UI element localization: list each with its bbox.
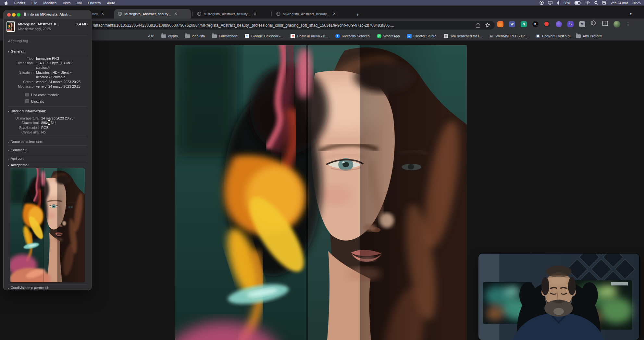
menu-item-file[interactable]: File (31, 1, 37, 5)
info-key: Tipo: (3, 57, 34, 60)
orange-extension-icon[interactable] (497, 21, 503, 27)
bookmark-label: Creator Studio (414, 34, 437, 38)
bluetooth-icon[interactable] (557, 1, 559, 5)
info-value: No (41, 130, 45, 134)
bookmark-item[interactable]: -UP (142, 34, 154, 38)
url-text[interactable]: /attachments/1013512335442333816/1088906… (93, 23, 474, 28)
ibeam-cursor (47, 120, 50, 125)
bookmark-star-icon[interactable] (485, 22, 490, 28)
bookmark-creator-studio[interactable]: ∞Creator Studio (407, 34, 437, 38)
extensions-puzzle-icon[interactable] (591, 20, 597, 28)
tab-active[interactable]: MRregista_Abstract_beauty._ ✕ (114, 9, 191, 19)
control-center-icon[interactable] (602, 1, 606, 5)
wave-extension-icon[interactable]: W (509, 21, 515, 27)
bookmark-google-calendar[interactable]: 31Google Calendar -... (245, 34, 283, 38)
tab-3[interactable]: MRregista_Abstract_beauty._ ✕ (273, 9, 349, 19)
tab-2[interactable]: MRregista_Abstract_beauty._ ✕ (193, 9, 270, 19)
divider (8, 284, 87, 284)
section-ulteriori-informazioni[interactable]: ▾Ulteriori informazioni: (8, 109, 46, 113)
menu-item-vai[interactable]: Vai (77, 1, 82, 5)
bookmark-webmail-pec[interactable]: ✉WebMail PEC - De... (489, 34, 528, 38)
k-extension-icon[interactable]: K (532, 21, 539, 27)
bookmark-gmail-inbox[interactable]: MPosta in arrivo - ri... (291, 34, 328, 38)
window-title-bar[interactable]: Info su MRregista_Abstr... (3, 10, 92, 19)
macos-menu-bar: Finder File Modifica Vista Vai Finestra … (0, 0, 644, 6)
info-value: su disco) (36, 66, 50, 69)
bookmark-label: WhatsApp (383, 34, 400, 38)
chevron-right-icon: ▸ (8, 287, 9, 290)
add-tags-field[interactable]: Aggiungi tag... (8, 39, 31, 43)
section-apri-con[interactable]: ▸Apri con: (8, 157, 24, 160)
bookmark-folder-formazione[interactable]: Formazione (212, 34, 238, 38)
main-viewed-image[interactable] (175, 45, 467, 340)
section-generali[interactable]: ▾Generali: (8, 49, 26, 53)
tab-close-icon[interactable]: ✕ (333, 12, 336, 16)
browser-tab-strip: ney ✕ MRregista_Abstract_beauty._ ✕ MRre… (0, 6, 644, 19)
section-condivisione-e-permessi[interactable]: ▸Condivisione e permessi: (8, 286, 49, 290)
key-extension-icon[interactable] (544, 21, 550, 27)
page-icon: ▤ (444, 34, 448, 38)
tab-hidden-partial[interactable]: ney ✕ (88, 9, 114, 19)
tab-close-icon[interactable]: ✕ (174, 12, 177, 16)
bookmark-whatsapp[interactable]: ✆WhatsApp (377, 34, 400, 38)
checkbox-bloccato[interactable] (25, 99, 29, 103)
converter-icon: ⇄ (536, 34, 540, 38)
wifi-icon[interactable] (586, 1, 590, 5)
extensions-row: W N K S M ⋮ (497, 20, 630, 28)
n-extension-icon[interactable]: N (521, 21, 527, 27)
gmail-icon: M (291, 34, 295, 38)
share-icon[interactable] (475, 22, 481, 28)
bookmarks-overflow-chevron[interactable]: » (562, 33, 564, 38)
menu-item-vista[interactable]: Vista (63, 1, 70, 5)
folder-icon (576, 34, 581, 38)
section-commenti[interactable]: ▸Commenti: (8, 148, 27, 152)
battery-icon[interactable] (575, 1, 581, 5)
address-bar[interactable]: /attachments/1013512335442333816/1088906… (87, 21, 495, 30)
facebook-icon: f (335, 34, 340, 38)
info-key: Dimensioni: (3, 121, 40, 125)
menu-item-modifica[interactable]: Modifica (43, 1, 56, 5)
purple-extension-icon[interactable] (556, 21, 562, 27)
display-menu-icon[interactable] (548, 1, 552, 5)
mail-icon: ✉ (489, 34, 494, 38)
tab-label: ney (92, 12, 98, 16)
checkbox-label: Bloccato (31, 99, 44, 103)
bookmark-label: -UP (148, 34, 154, 38)
browser-menu-icon[interactable]: ⋮ (626, 21, 630, 27)
tab-search-chevron-icon[interactable]: ▾ (630, 11, 632, 16)
tab-close-icon[interactable]: ✕ (101, 12, 104, 16)
apple-menu-icon[interactable] (5, 1, 8, 5)
tab-label: MRregista_Abstract_beauty._ (204, 12, 250, 16)
other-favorites-folder[interactable]: Altri Preferiti (576, 34, 602, 38)
s-extension-icon[interactable]: S (567, 21, 574, 27)
chevron-down-icon: ▾ (8, 164, 9, 167)
side-panel-icon[interactable] (602, 21, 608, 27)
browser-toolbar: /attachments/1013512335442333816/1088906… (0, 19, 644, 32)
tab-favicon (118, 12, 122, 16)
spotlight-search-icon[interactable] (594, 1, 598, 5)
battery-percent: 58% (564, 1, 570, 5)
m-extension-icon[interactable]: M (579, 21, 585, 27)
checkbox-usa-come-modello[interactable] (25, 93, 29, 96)
menu-item-finder[interactable]: Finder (14, 1, 25, 5)
info-key: Canale alfa: (3, 130, 40, 134)
menu-bar-date[interactable]: Ven 24 mar (611, 1, 628, 5)
menu-item-finestra[interactable]: Finestra (88, 1, 101, 5)
profile-avatar[interactable] (613, 21, 620, 28)
bookmark-folder-crypto[interactable]: crypto (161, 34, 178, 38)
bookmark-search-result[interactable]: ▤You searched for I... (444, 34, 482, 38)
bookmark-video-converter[interactable]: ⇄Converti i video di... (536, 34, 574, 38)
bookmark-folder-idealista[interactable]: idealista (185, 34, 205, 38)
section-nome-ed-estensione[interactable]: ▸Nome ed estensione: (8, 140, 43, 144)
bookmark-facebook-profile[interactable]: fRiccardo Scrocca (335, 34, 370, 38)
info-key: Modificato: (3, 84, 34, 88)
tab-close-icon[interactable]: ✕ (254, 12, 256, 16)
menu-item-aiuto[interactable]: Aiuto (107, 1, 115, 5)
section-anteprima[interactable]: ▾Anteprima: (8, 163, 29, 167)
record-status-icon[interactable] (539, 1, 544, 5)
tab-favicon (197, 12, 201, 16)
info-value: riccardo • Scrivania (36, 75, 65, 79)
bookmark-label: WebMail PEC - De... (496, 34, 528, 38)
new-tab-button[interactable]: + (354, 11, 361, 18)
finder-info-window: Info su MRregista_Abstr... MRregista_Abs… (3, 10, 92, 290)
